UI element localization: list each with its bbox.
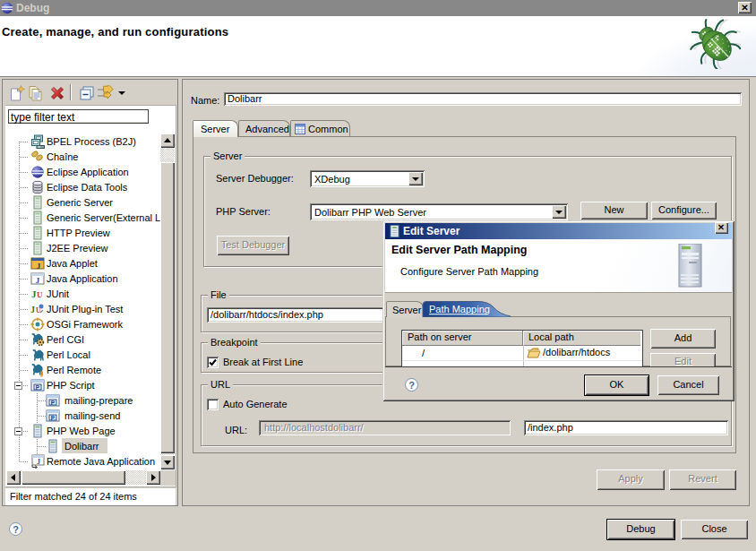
svg-text:Path Mapping: Path Mapping [429,304,490,314]
